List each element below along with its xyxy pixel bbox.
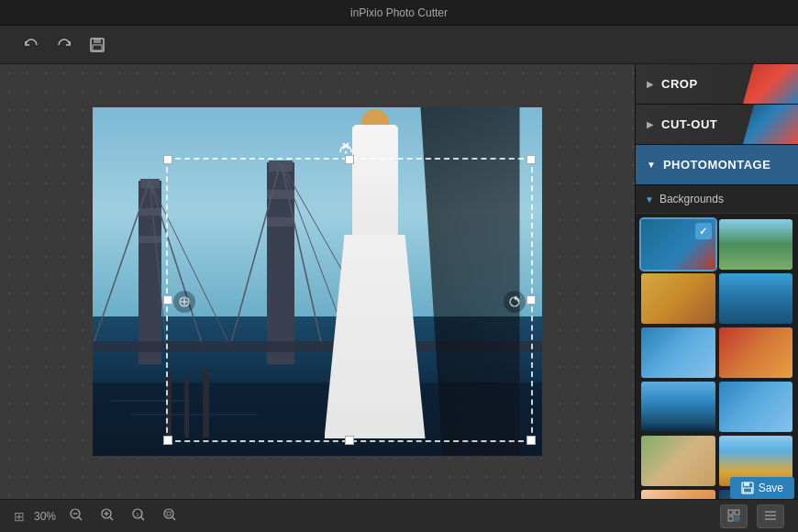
crop-handle-right[interactable] [526, 295, 536, 305]
backgrounds-arrow-icon: ▼ [645, 194, 654, 205]
background-thumb-1[interactable]: ✓ [641, 219, 715, 270]
svg-line-44 [141, 517, 144, 520]
svg-point-27 [345, 151, 348, 154]
save-label: Save [759, 482, 783, 494]
zoom-out-button[interactable] [65, 505, 87, 526]
crop-arrow-icon: ▶ [647, 79, 654, 89]
svg-rect-6 [139, 236, 161, 243]
backgrounds-label: Backgrounds [659, 193, 724, 205]
zoom-level-label: 30% [34, 510, 56, 523]
move-icon-left[interactable] [173, 291, 195, 313]
save-file-button[interactable] [84, 32, 110, 58]
cutout-section-header[interactable]: ▶ CUT-OUT [636, 105, 798, 145]
cutout-label: CUT-OUT [661, 117, 717, 131]
background-thumb-5[interactable] [641, 327, 715, 378]
save-button[interactable]: Save [730, 477, 794, 499]
svg-rect-5 [139, 208, 161, 216]
svg-rect-50 [735, 516, 739, 521]
undo-button[interactable] [18, 32, 44, 58]
crop-handle-br[interactable] [526, 436, 536, 445]
background-thumb-2[interactable] [719, 219, 793, 270]
background-thumb-4[interactable] [719, 273, 793, 324]
background-thumb-7[interactable] [641, 382, 715, 432]
canvas-size-icon: ⊞ [14, 509, 25, 524]
photomontage-arrow-icon: ▼ [647, 160, 656, 170]
right-panel: ▶ CROP ▶ CUT-OUT ▼ PHOTOMONTAGE ▼ Backgr… [635, 64, 798, 499]
crop-label: CROP [661, 77, 698, 91]
svg-point-45 [164, 509, 173, 518]
svg-line-41 [110, 517, 113, 520]
crop-handle-tl[interactable] [163, 155, 172, 164]
crop-handle-bottom[interactable] [345, 436, 354, 445]
crop-box[interactable] [166, 158, 533, 442]
grid-view-button[interactable] [720, 504, 748, 528]
background-thumb-8[interactable] [719, 382, 793, 432]
main-content: ▶ CROP ▶ CUT-OUT ▼ PHOTOMONTAGE ▼ Backgr… [0, 64, 798, 499]
transform-icon-right[interactable] [504, 291, 526, 313]
zoom-fullscreen-button[interactable] [159, 505, 181, 526]
svg-text:1:1: 1:1 [137, 512, 143, 517]
background-thumb-6[interactable] [719, 327, 793, 378]
svg-rect-47 [728, 510, 733, 515]
svg-rect-2 [93, 45, 102, 50]
backgrounds-header[interactable]: ▼ Backgrounds [636, 185, 798, 214]
rotate-icon[interactable] [336, 142, 356, 167]
zoom-in-button[interactable] [96, 505, 118, 526]
cutout-arrow-icon: ▶ [647, 119, 654, 129]
svg-line-46 [172, 517, 175, 520]
backgrounds-section: ▼ Backgrounds ✓ [636, 185, 798, 499]
photomontage-section-header[interactable]: ▼ PHOTOMONTAGE [636, 145, 798, 185]
svg-rect-48 [735, 510, 739, 515]
background-thumb-3[interactable] [641, 273, 715, 324]
crop-handle-tr[interactable] [526, 155, 536, 164]
selected-checkmark: ✓ [695, 223, 712, 239]
background-thumb-11[interactable] [641, 490, 715, 499]
crop-handle-left[interactable] [163, 295, 172, 305]
image-canvas [93, 107, 542, 456]
zoom-fit-button[interactable]: 1:1 [127, 505, 150, 526]
svg-line-37 [79, 517, 82, 520]
crop-section-header[interactable]: ▶ CROP [636, 64, 798, 105]
svg-rect-49 [728, 516, 733, 521]
svg-rect-33 [744, 482, 749, 486]
crop-handle-bl[interactable] [163, 436, 172, 445]
list-view-button[interactable] [757, 504, 784, 528]
photomontage-label: PHOTOMONTAGE [663, 158, 770, 172]
title-bar: inPixio Photo Cutter [0, 0, 798, 26]
toolbar [0, 26, 798, 64]
backgrounds-grid: ✓ [636, 214, 798, 499]
redo-button[interactable] [51, 32, 77, 58]
app-title: inPixio Photo Cutter [350, 6, 448, 19]
svg-rect-1 [94, 39, 101, 43]
canvas-area[interactable] [0, 64, 635, 499]
svg-rect-34 [743, 488, 751, 493]
status-bar: ⊞ 30% 1:1 [0, 499, 798, 532]
background-thumb-9[interactable] [641, 436, 715, 486]
